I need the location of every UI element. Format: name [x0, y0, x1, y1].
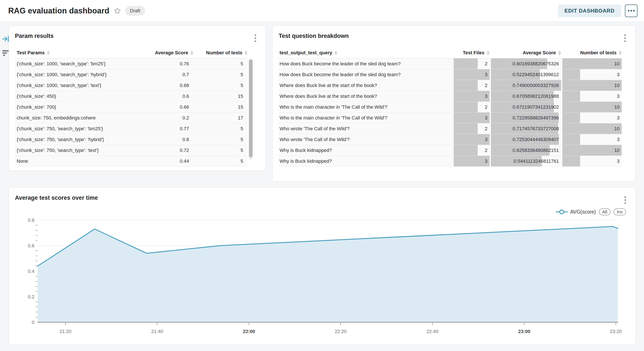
data-bar-cell: 10 — [561, 80, 622, 91]
table-cell: 0.77 — [137, 123, 193, 134]
query-cell: How does Buck become the leader of the s… — [279, 58, 452, 69]
column-header-test-query[interactable]: test_output_test_query — [279, 50, 452, 56]
column-label: Number of tests — [580, 50, 616, 56]
data-bar-cell: 10 — [561, 102, 622, 112]
table-row[interactable]: Who is the main character in 'The Call o… — [279, 102, 622, 112]
card-title: Param results — [15, 33, 54, 39]
data-bar-cell: 0.5229452401399612 — [490, 69, 561, 80]
card-menu-icon[interactable] — [624, 33, 627, 43]
table-scrollbar-thumb[interactable] — [249, 59, 252, 157]
cell-value: 0.7229588826497396 — [490, 112, 559, 123]
edit-dashboard-button[interactable]: EDIT DASHBOARD — [558, 4, 621, 17]
axis-label: 22:00 — [243, 329, 255, 334]
table-row[interactable]: {'chunk_size': 1000, 'search_type': 'tex… — [15, 80, 248, 91]
table-cell: 0.76 — [137, 58, 193, 69]
table-cell: 0.44 — [137, 156, 193, 166]
sort-icon — [334, 51, 337, 55]
query-cell: Who is the main character in 'The Call o… — [279, 112, 452, 123]
axis-label: 22:40 — [426, 329, 438, 334]
chart-shape — [38, 227, 618, 323]
data-bar-cell: 3 — [452, 134, 490, 145]
table-row[interactable]: chunk_size: 750, embeddings:cohere0.217 — [15, 112, 248, 123]
table-row[interactable]: {'chunk_size': 750, 'search_type': 'hybr… — [15, 134, 248, 145]
table-row[interactable]: {'chunk_size': 450}0.615 — [15, 91, 248, 102]
axis-label: 23:00 — [518, 329, 530, 334]
column-header-average-score[interactable]: Average Score — [137, 50, 193, 56]
param-results-header: Test Params Average Score Number of test… — [15, 47, 248, 58]
data-bar-cell: 0.7174576733727008 — [490, 123, 561, 134]
table-cell: {'chunk_size': 1000, 'search_type': 'bm2… — [15, 58, 137, 69]
scores-chart-svg[interactable]: 00.20.40.60.821:2021:4022:0022:2022:4023… — [9, 188, 636, 345]
table-row[interactable]: How does Buck become the leader of the s… — [279, 58, 622, 69]
table-scrollbar-track[interactable] — [248, 58, 253, 160]
query-cell: Why is Buck kidnapped? — [279, 156, 452, 166]
cell-value: 0.7490000003327926 — [490, 80, 559, 91]
cell-value: 3 — [561, 134, 620, 145]
axis-label: 0.8 — [28, 218, 34, 223]
cell-value: 3 — [452, 134, 488, 145]
table-row[interactable]: Who wrote 'The Call of the Wild'?20.7174… — [279, 123, 622, 134]
page-title: RAG evaluation dashboard — [8, 6, 109, 15]
sort-icon — [190, 51, 193, 55]
data-bar-cell: 10 — [561, 58, 622, 69]
table-cell: 5 — [193, 58, 248, 69]
sort-icon — [558, 51, 561, 55]
data-bar-cell: 0.6721907341231902 — [490, 102, 561, 112]
table-cell: 5 — [193, 156, 248, 166]
cell-value: 3 — [561, 91, 620, 101]
table-cell: 5 — [193, 80, 248, 91]
table-cell: 5 — [193, 69, 248, 80]
query-cell: Who is the main character in 'The Call o… — [279, 102, 452, 112]
table-row[interactable]: {'chunk_size': 750, 'search_type': 'text… — [15, 145, 248, 156]
cell-value: 0.6016938820675326 — [490, 58, 559, 69]
table-row[interactable]: None0.445 — [15, 156, 248, 167]
column-label: Average Score — [155, 50, 188, 56]
cell-value: 10 — [561, 145, 620, 156]
column-header-test-params[interactable]: Test Params — [15, 50, 137, 56]
axis-label: 0.6 — [28, 243, 34, 248]
column-header-number-of-tests[interactable]: Number of tests — [561, 50, 622, 56]
param-results-card: Param results Test Params Average Score … — [9, 25, 266, 171]
column-header-test-files[interactable]: Test Files — [452, 50, 490, 56]
table-cell: 15 — [193, 91, 248, 101]
cell-value: 10 — [561, 80, 620, 91]
table-row[interactable]: How does Buck become the leader of the s… — [279, 69, 622, 80]
table-cell: 0.6 — [137, 91, 193, 101]
data-bar-cell: 2 — [452, 123, 490, 134]
cell-value: 3 — [452, 69, 488, 80]
cell-value: 0.6705898212061988 — [490, 91, 559, 101]
table-row[interactable]: Where does Buck live at the start of the… — [279, 80, 622, 91]
table-row[interactable]: Who wrote 'The Call of the Wild'?30.7253… — [279, 134, 622, 145]
cell-value: 3 — [561, 69, 620, 80]
table-cell: 0.8 — [137, 134, 193, 145]
data-bar-cell: 3 — [561, 91, 622, 101]
card-title: Test question breakdown — [279, 33, 349, 39]
favorite-star-icon[interactable] — [114, 7, 121, 14]
data-bar-cell: 3 — [452, 112, 490, 123]
table-row[interactable]: {'chunk_size': 1000, 'search_type': 'bm2… — [15, 58, 248, 69]
table-row[interactable]: {'chunk_size': 700}0.6615 — [15, 102, 248, 112]
table-row[interactable]: Why is Buck kidnapped?20.625833648086215… — [279, 145, 622, 156]
axis-label: 21:40 — [151, 329, 163, 334]
table-row[interactable]: Why is Buck kidnapped?30.544111324681176… — [279, 156, 622, 167]
column-header-average-score[interactable]: Average Score — [490, 50, 561, 56]
table-row[interactable]: Where does Buck live at the start of the… — [279, 91, 622, 102]
cell-value: 2 — [452, 80, 488, 91]
question-breakdown-header: test_output_test_query Test Files Averag… — [279, 47, 622, 58]
data-bar-cell: 0.7490000003327926 — [490, 80, 561, 91]
cell-value: 3 — [452, 112, 488, 123]
table-row[interactable]: {'chunk_size': 750, 'search_type': 'bm25… — [15, 123, 248, 134]
column-header-number-of-tests[interactable]: Number of tests — [193, 50, 248, 56]
header-left: RAG evaluation dashboard Draft — [8, 6, 145, 15]
data-bar-cell: 0.6258336480862151 — [490, 145, 561, 156]
table-row[interactable]: {'chunk_size': 1000, 'search_type': 'hyb… — [15, 69, 248, 80]
more-options-button[interactable] — [625, 4, 638, 17]
data-bar-cell: 3 — [561, 112, 622, 123]
table-row[interactable]: Who is the main character in 'The Call o… — [279, 112, 622, 123]
card-menu-icon[interactable] — [254, 33, 257, 43]
table-cell: 0.66 — [137, 102, 193, 112]
query-cell: How does Buck become the leader of the s… — [279, 69, 452, 80]
column-label: Test Params — [17, 50, 44, 56]
table-cell: {'chunk_size': 1000, 'search_type': 'tex… — [15, 80, 137, 91]
data-bar-cell: 2 — [452, 145, 490, 156]
